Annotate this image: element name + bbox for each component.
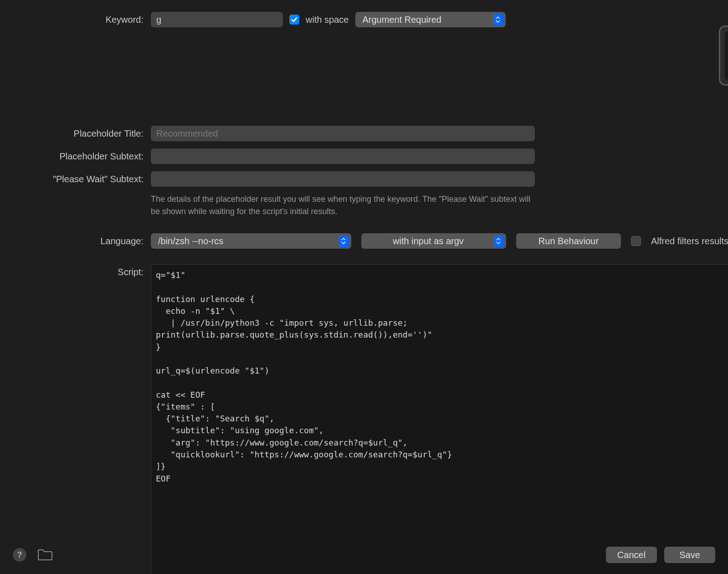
folder-icon[interactable] bbox=[37, 549, 53, 561]
checkmark-icon bbox=[291, 16, 298, 23]
language-select[interactable]: /bin/zsh --no-rcs bbox=[151, 233, 351, 249]
save-button[interactable]: Save bbox=[664, 547, 715, 563]
icon-drop-zone[interactable] bbox=[719, 26, 728, 86]
alfred-filters-label: Alfred filters results bbox=[651, 236, 728, 246]
placeholder-subtext-label: Placeholder Subtext: bbox=[13, 149, 151, 164]
input-mode-select-value: with input as argv bbox=[369, 236, 488, 246]
alfred-filters-checkbox[interactable] bbox=[631, 236, 641, 246]
select-arrows-icon bbox=[493, 235, 503, 247]
with-space-checkbox[interactable] bbox=[289, 15, 299, 25]
please-wait-subtext-label: "Please Wait" Subtext: bbox=[13, 171, 151, 187]
with-space-label: with space bbox=[306, 15, 349, 25]
run-behaviour-button[interactable]: Run Behaviour bbox=[516, 233, 621, 249]
help-button[interactable]: ? bbox=[13, 548, 26, 562]
input-mode-select[interactable]: with input as argv bbox=[361, 233, 506, 249]
keyword-label: Keyword: bbox=[13, 12, 151, 27]
script-label: Script: bbox=[13, 264, 151, 574]
please-wait-subtext-input[interactable] bbox=[151, 171, 535, 187]
cancel-button[interactable]: Cancel bbox=[606, 547, 657, 563]
select-arrows-icon bbox=[338, 235, 349, 247]
keyword-input[interactable] bbox=[151, 12, 283, 27]
language-select-value: /bin/zsh --no-rcs bbox=[158, 236, 223, 246]
script-textarea[interactable] bbox=[151, 264, 728, 574]
placeholder-title-label: Placeholder Title: bbox=[13, 126, 151, 141]
placeholder-title-input[interactable] bbox=[151, 126, 535, 141]
placeholder-help-text: The details of the placeholder result yo… bbox=[151, 193, 535, 218]
argument-select[interactable]: Argument Required bbox=[355, 12, 506, 27]
argument-select-value: Argument Required bbox=[363, 15, 441, 25]
language-label: Language: bbox=[13, 233, 151, 249]
select-arrows-icon bbox=[493, 14, 503, 26]
placeholder-subtext-input[interactable] bbox=[151, 149, 535, 164]
